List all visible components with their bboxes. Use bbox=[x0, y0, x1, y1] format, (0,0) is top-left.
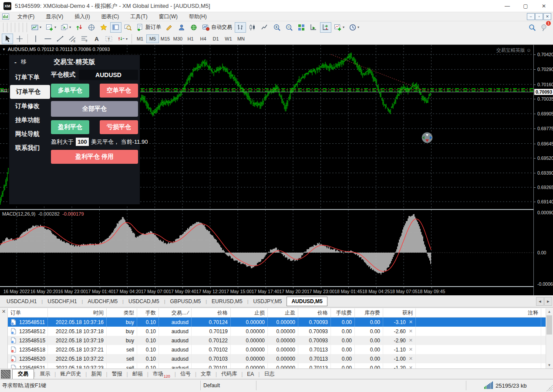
timeframe-D1[interactable]: D1 bbox=[209, 34, 222, 43]
menu-I[interactable]: 插入(I) bbox=[69, 13, 95, 20]
close-order-icon[interactable]: ✕ bbox=[409, 347, 413, 352]
column-header-time[interactable]: 时间 bbox=[48, 308, 107, 317]
tab-scroll-right-icon[interactable]: ► bbox=[544, 297, 552, 306]
text-button[interactable]: A bbox=[91, 34, 102, 44]
tab-scroll-left-icon[interactable]: ◄ bbox=[536, 297, 544, 306]
column-header-lots[interactable]: 手数 bbox=[137, 308, 159, 317]
toolbox-button[interactable] bbox=[110, 22, 121, 33]
panel-nav-订单平仓[interactable]: 订单平仓 bbox=[10, 85, 50, 99]
panel-nav-联系我们[interactable]: 联系我们 bbox=[9, 141, 51, 155]
close-button[interactable]: ✕ bbox=[535, 0, 553, 12]
periods-button[interactable]: ▾ bbox=[347, 22, 361, 33]
channel-button[interactable]: E bbox=[67, 34, 78, 44]
time-axis[interactable]: 16 May 202216 May 20:2016 May 23:0017 Ma… bbox=[0, 287, 553, 295]
profit-threshold-input[interactable] bbox=[76, 138, 89, 146]
search-icon[interactable] bbox=[526, 22, 538, 33]
chart-bars-button[interactable] bbox=[235, 22, 246, 33]
table-row[interactable]: 1235485152022.05.18 10:37:19buy0.10audus… bbox=[8, 336, 546, 345]
chart-line-button[interactable] bbox=[259, 22, 270, 33]
column-header-profit[interactable]: 获利 bbox=[383, 308, 416, 317]
chart-tab-AUDUSDM5[interactable]: AUDUSD,M5 bbox=[287, 297, 327, 306]
mdi-minimize-button[interactable]: ‒ bbox=[527, 13, 535, 20]
bottom-tab-代码库[interactable]: 代码库 bbox=[217, 369, 241, 379]
close-order-icon[interactable]: ✕ bbox=[409, 356, 413, 362]
indicators-button[interactable]: ▾ bbox=[332, 22, 346, 33]
chart-tab-AUDCHFM5[interactable]: AUDCHF,M5 bbox=[83, 297, 122, 306]
market-watch-button[interactable] bbox=[74, 22, 85, 33]
crosshair-button[interactable] bbox=[14, 34, 25, 44]
column-header-type[interactable]: 类型 bbox=[107, 308, 137, 317]
panel-move-handle[interactable]: 移 bbox=[21, 58, 27, 66]
panel-nav-订单下单[interactable]: 订单下单 bbox=[9, 71, 51, 84]
navigator-button[interactable] bbox=[98, 22, 109, 33]
data-window-button[interactable] bbox=[86, 22, 97, 33]
column-header-swap[interactable]: 库存费 bbox=[355, 308, 383, 317]
bottom-tab-文章[interactable]: 文章 bbox=[196, 369, 216, 379]
panel-nav-网址导航[interactable]: 网址导航 bbox=[9, 127, 51, 141]
minimize-button[interactable]: — bbox=[498, 0, 516, 12]
column-header-price2[interactable]: 价格 bbox=[298, 308, 331, 317]
column-header-price[interactable]: 价格 bbox=[192, 308, 231, 317]
notifications-icon[interactable]: 1 bbox=[539, 22, 550, 33]
profiles-button[interactable]: ▾ bbox=[59, 22, 73, 33]
community-button[interactable] bbox=[176, 22, 187, 33]
templates-button[interactable]: ▾ bbox=[29, 22, 43, 33]
panel-grip-icon[interactable] bbox=[1, 370, 10, 378]
profit-close-toggle-button[interactable]: 盈利平仓 停用 bbox=[51, 150, 138, 164]
close-loss-button[interactable]: 亏损平仓 bbox=[100, 120, 138, 134]
table-row[interactable]: 1235485212022.05.18 10:37:23sell0.10audu… bbox=[8, 363, 546, 368]
bottom-tab-新闻[interactable]: 新闻 bbox=[87, 369, 106, 379]
chart-tab-USDCHFH1[interactable]: USDCHF,H1 bbox=[43, 297, 81, 306]
timeframe-M1[interactable]: M1 bbox=[134, 34, 146, 43]
zoom-out-button[interactable] bbox=[283, 22, 295, 33]
bottom-tab-展示[interactable]: 展示 bbox=[35, 369, 54, 379]
resize-grip[interactable] bbox=[546, 385, 553, 391]
ohlc-readout[interactable]: ▼ AUDUSD,M5 0.70112 0.70113 0.70086 0.70… bbox=[2, 47, 110, 52]
bottom-tab-信号[interactable]: 信号 bbox=[176, 369, 195, 379]
connect-button[interactable] bbox=[188, 22, 199, 33]
column-header-tp[interactable]: 止盈 bbox=[268, 308, 298, 317]
chart-window-icon[interactable] bbox=[2, 14, 9, 20]
mdi-close-button[interactable]: ✕ bbox=[543, 13, 551, 20]
close-all-button[interactable]: 全部平仓 bbox=[51, 101, 138, 117]
close-order-icon[interactable]: ✕ bbox=[409, 365, 413, 368]
chart-tab-USDCADM5[interactable]: USDCAD,M5 bbox=[124, 297, 164, 306]
bottom-tab-市场[interactable]: 市场120 bbox=[148, 369, 175, 379]
close-symbol-field[interactable]: AUDUSD bbox=[79, 70, 138, 80]
cursor-button[interactable] bbox=[2, 34, 13, 44]
chart-tab-USDCADH1[interactable]: USDCAD,H1 bbox=[2, 297, 41, 306]
scroll-up-icon[interactable]: ▲ bbox=[546, 308, 553, 315]
bottom-tab-账户历史[interactable]: 账户历史 bbox=[56, 369, 85, 379]
chevron-down-icon[interactable]: ▾ bbox=[343, 25, 344, 29]
menu-V[interactable]: 显示(V) bbox=[40, 13, 69, 20]
close-short-button[interactable]: 空单平仓 bbox=[100, 84, 138, 98]
close-order-icon[interactable]: ✕ bbox=[409, 338, 413, 343]
auto-scroll-button[interactable] bbox=[308, 22, 319, 33]
scroll-down-icon[interactable]: ▼ bbox=[546, 362, 553, 368]
autotrading-button[interactable]: 自动交易 bbox=[200, 22, 234, 33]
table-row[interactable]: 1235485112022.05.18 10:37:16buy0.10audus… bbox=[8, 318, 546, 327]
menu-H[interactable]: 帮助(H) bbox=[183, 13, 212, 20]
table-row[interactable]: 1235485202022.05.18 10:37:22sell0.10audu… bbox=[8, 354, 546, 363]
bottom-tab-日志[interactable]: 日志 bbox=[260, 369, 279, 379]
table-row[interactable]: 1235485122022.05.18 10:37:18buy0.10audus… bbox=[8, 327, 546, 336]
symbol-dropdown-icon[interactable]: ▼ bbox=[2, 47, 6, 51]
panel-collapse-button[interactable]: - bbox=[14, 58, 17, 66]
bottom-tab-EA[interactable]: EA bbox=[243, 370, 258, 378]
macd-indicator-pane[interactable] bbox=[0, 210, 533, 286]
bottom-tab-警报[interactable]: 警报 bbox=[108, 369, 127, 379]
chevron-down-icon[interactable]: ▾ bbox=[54, 25, 56, 29]
new-order-button[interactable]: 新订单 bbox=[135, 22, 163, 33]
chart-tab-USDJPYM5[interactable]: USDJPY,M5 bbox=[249, 297, 287, 306]
close-order-icon[interactable]: ✕ bbox=[409, 328, 413, 334]
chart-candles-button[interactable] bbox=[247, 22, 258, 33]
timeframe-MN[interactable]: MN bbox=[235, 34, 247, 43]
menu-F[interactable]: 文件(F) bbox=[12, 13, 40, 20]
terminal-close-icon[interactable]: ✕ bbox=[2, 309, 6, 314]
mdi-restore-button[interactable]: ▫ bbox=[535, 13, 543, 20]
chevron-down-icon[interactable]: ▾ bbox=[126, 37, 128, 41]
fibo-button[interactable]: F bbox=[79, 34, 90, 44]
tile-windows-button[interactable] bbox=[296, 22, 307, 33]
table-row[interactable]: 1235485182022.05.18 10:37:21sell0.10audu… bbox=[8, 345, 546, 354]
column-header-commission[interactable]: 手续费 bbox=[331, 308, 355, 317]
